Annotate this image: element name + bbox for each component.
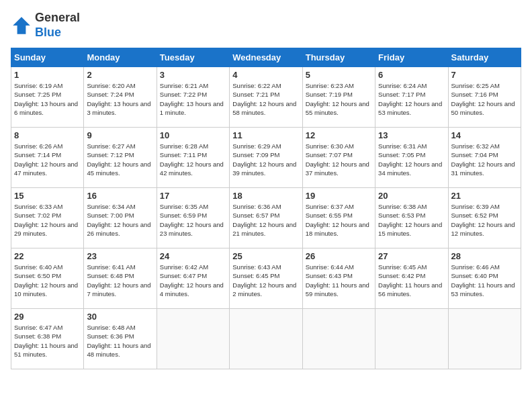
logo-line1: General bbox=[35, 11, 80, 26]
day-number: 25 bbox=[232, 251, 299, 261]
day-number: 24 bbox=[160, 251, 226, 261]
day-number: 17 bbox=[160, 191, 226, 201]
day-number: 8 bbox=[14, 130, 81, 140]
day-number: 29 bbox=[14, 312, 81, 322]
logo-icon bbox=[11, 15, 32, 36]
calendar-cell: 2 Sunrise: 6:20 AM Sunset: 7:24 PM Dayli… bbox=[84, 67, 157, 128]
day-info: Sunrise: 6:42 AM Sunset: 6:47 PM Dayligh… bbox=[160, 263, 226, 298]
day-info: Sunrise: 6:47 AM Sunset: 6:38 PM Dayligh… bbox=[14, 323, 81, 359]
day-info: Sunrise: 6:40 AM Sunset: 6:50 PM Dayligh… bbox=[14, 263, 81, 298]
logo-line2: Blue bbox=[35, 26, 80, 40]
day-info: Sunrise: 6:43 AM Sunset: 6:45 PM Dayligh… bbox=[232, 263, 299, 298]
calendar-cell: 18 Sunrise: 6:36 AM Sunset: 6:57 PM Dayl… bbox=[230, 188, 302, 248]
day-info: Sunrise: 6:21 AM Sunset: 7:22 PM Dayligh… bbox=[160, 81, 226, 117]
calendar-cell: 11 Sunrise: 6:29 AM Sunset: 7:09 PM Dayl… bbox=[230, 128, 302, 188]
day-info: Sunrise: 6:34 AM Sunset: 7:00 PM Dayligh… bbox=[87, 202, 153, 238]
day-info: Sunrise: 6:38 AM Sunset: 6:53 PM Dayligh… bbox=[378, 202, 445, 238]
page-header: General Blue bbox=[11, 11, 521, 40]
day-number: 27 bbox=[378, 251, 445, 261]
weekday-header-wednesday: Wednesday bbox=[230, 48, 302, 67]
day-info: Sunrise: 6:30 AM Sunset: 7:07 PM Dayligh… bbox=[306, 142, 372, 177]
day-info: Sunrise: 6:35 AM Sunset: 6:59 PM Dayligh… bbox=[160, 202, 226, 238]
weekday-header-tuesday: Tuesday bbox=[157, 48, 229, 67]
calendar-cell: 12 Sunrise: 6:30 AM Sunset: 7:07 PM Dayl… bbox=[302, 128, 375, 188]
day-info: Sunrise: 6:32 AM Sunset: 7:04 PM Dayligh… bbox=[451, 142, 518, 177]
day-info: Sunrise: 6:31 AM Sunset: 7:05 PM Dayligh… bbox=[378, 142, 445, 177]
day-number: 4 bbox=[232, 70, 299, 80]
day-info: Sunrise: 6:45 AM Sunset: 6:42 PM Dayligh… bbox=[378, 263, 445, 298]
day-number: 3 bbox=[160, 70, 226, 80]
day-number: 23 bbox=[87, 251, 153, 261]
day-info: Sunrise: 6:25 AM Sunset: 7:16 PM Dayligh… bbox=[451, 81, 518, 117]
weekday-header-thursday: Thursday bbox=[302, 48, 375, 67]
calendar-cell: 7 Sunrise: 6:25 AM Sunset: 7:16 PM Dayli… bbox=[448, 67, 521, 128]
day-number: 11 bbox=[232, 130, 299, 140]
day-info: Sunrise: 6:36 AM Sunset: 6:57 PM Dayligh… bbox=[232, 202, 299, 238]
calendar-cell: 15 Sunrise: 6:33 AM Sunset: 7:02 PM Dayl… bbox=[11, 188, 84, 248]
calendar-table: SundayMondayTuesdayWednesdayThursdayFrid… bbox=[11, 48, 521, 369]
calendar-cell: 1 Sunrise: 6:19 AM Sunset: 7:25 PM Dayli… bbox=[11, 67, 84, 128]
day-info: Sunrise: 6:24 AM Sunset: 7:17 PM Dayligh… bbox=[378, 81, 445, 117]
day-info: Sunrise: 6:37 AM Sunset: 6:55 PM Dayligh… bbox=[306, 202, 372, 238]
day-number: 19 bbox=[306, 191, 372, 201]
day-info: Sunrise: 6:22 AM Sunset: 7:21 PM Dayligh… bbox=[232, 81, 299, 117]
calendar-cell: 24 Sunrise: 6:42 AM Sunset: 6:47 PM Dayl… bbox=[157, 248, 229, 309]
calendar-week-2: 8 Sunrise: 6:26 AM Sunset: 7:14 PM Dayli… bbox=[11, 128, 521, 188]
day-number: 14 bbox=[451, 130, 518, 140]
calendar-week-4: 22 Sunrise: 6:40 AM Sunset: 6:50 PM Dayl… bbox=[11, 248, 521, 309]
day-number: 10 bbox=[160, 130, 226, 140]
day-info: Sunrise: 6:46 AM Sunset: 6:40 PM Dayligh… bbox=[451, 263, 518, 298]
calendar-cell bbox=[375, 309, 448, 369]
calendar-cell: 19 Sunrise: 6:37 AM Sunset: 6:55 PM Dayl… bbox=[302, 188, 375, 248]
logo: General Blue bbox=[11, 11, 80, 40]
calendar-cell: 30 Sunrise: 6:48 AM Sunset: 6:36 PM Dayl… bbox=[84, 309, 157, 369]
weekday-header-sunday: Sunday bbox=[11, 48, 84, 67]
day-info: Sunrise: 6:19 AM Sunset: 7:25 PM Dayligh… bbox=[14, 81, 81, 117]
day-number: 6 bbox=[378, 70, 445, 80]
calendar-cell: 5 Sunrise: 6:23 AM Sunset: 7:19 PM Dayli… bbox=[302, 67, 375, 128]
day-info: Sunrise: 6:27 AM Sunset: 7:12 PM Dayligh… bbox=[87, 142, 153, 177]
day-number: 13 bbox=[378, 130, 445, 140]
day-number: 30 bbox=[87, 312, 153, 322]
day-info: Sunrise: 6:23 AM Sunset: 7:19 PM Dayligh… bbox=[306, 81, 372, 117]
calendar-cell: 27 Sunrise: 6:45 AM Sunset: 6:42 PM Dayl… bbox=[375, 248, 448, 309]
day-number: 21 bbox=[451, 191, 518, 201]
day-info: Sunrise: 6:41 AM Sunset: 6:48 PM Dayligh… bbox=[87, 263, 153, 298]
calendar-cell: 8 Sunrise: 6:26 AM Sunset: 7:14 PM Dayli… bbox=[11, 128, 84, 188]
day-number: 28 bbox=[451, 251, 518, 261]
day-number: 1 bbox=[14, 70, 81, 80]
calendar-cell bbox=[157, 309, 229, 369]
calendar-cell: 16 Sunrise: 6:34 AM Sunset: 7:00 PM Dayl… bbox=[84, 188, 157, 248]
day-info: Sunrise: 6:28 AM Sunset: 7:11 PM Dayligh… bbox=[160, 142, 226, 177]
calendar-cell: 10 Sunrise: 6:28 AM Sunset: 7:11 PM Dayl… bbox=[157, 128, 229, 188]
day-number: 16 bbox=[87, 191, 153, 201]
day-number: 2 bbox=[87, 70, 153, 80]
weekday-header-saturday: Saturday bbox=[448, 48, 521, 67]
calendar-cell: 25 Sunrise: 6:43 AM Sunset: 6:45 PM Dayl… bbox=[230, 248, 302, 309]
day-number: 18 bbox=[232, 191, 299, 201]
calendar-cell: 3 Sunrise: 6:21 AM Sunset: 7:22 PM Dayli… bbox=[157, 67, 229, 128]
day-number: 20 bbox=[378, 191, 445, 201]
calendar-cell: 23 Sunrise: 6:41 AM Sunset: 6:48 PM Dayl… bbox=[84, 248, 157, 309]
day-info: Sunrise: 6:29 AM Sunset: 7:09 PM Dayligh… bbox=[232, 142, 299, 177]
calendar-cell: 9 Sunrise: 6:27 AM Sunset: 7:12 PM Dayli… bbox=[84, 128, 157, 188]
calendar-cell: 22 Sunrise: 6:40 AM Sunset: 6:50 PM Dayl… bbox=[11, 248, 84, 309]
day-number: 22 bbox=[14, 251, 81, 261]
day-number: 15 bbox=[14, 191, 81, 201]
day-info: Sunrise: 6:26 AM Sunset: 7:14 PM Dayligh… bbox=[14, 142, 81, 177]
calendar-cell: 20 Sunrise: 6:38 AM Sunset: 6:53 PM Dayl… bbox=[375, 188, 448, 248]
svg-marker-0 bbox=[13, 17, 30, 34]
calendar-cell: 14 Sunrise: 6:32 AM Sunset: 7:04 PM Dayl… bbox=[448, 128, 521, 188]
day-number: 12 bbox=[306, 130, 372, 140]
calendar-cell: 4 Sunrise: 6:22 AM Sunset: 7:21 PM Dayli… bbox=[230, 67, 302, 128]
day-number: 5 bbox=[306, 70, 372, 80]
calendar-cell: 29 Sunrise: 6:47 AM Sunset: 6:38 PM Dayl… bbox=[11, 309, 84, 369]
weekday-header-friday: Friday bbox=[375, 48, 448, 67]
calendar-cell bbox=[302, 309, 375, 369]
calendar-cell: 17 Sunrise: 6:35 AM Sunset: 6:59 PM Dayl… bbox=[157, 188, 229, 248]
day-info: Sunrise: 6:39 AM Sunset: 6:52 PM Dayligh… bbox=[451, 202, 518, 238]
calendar-cell: 6 Sunrise: 6:24 AM Sunset: 7:17 PM Dayli… bbox=[375, 67, 448, 128]
weekday-header-monday: Monday bbox=[84, 48, 157, 67]
day-number: 9 bbox=[87, 130, 153, 140]
calendar-cell: 28 Sunrise: 6:46 AM Sunset: 6:40 PM Dayl… bbox=[448, 248, 521, 309]
